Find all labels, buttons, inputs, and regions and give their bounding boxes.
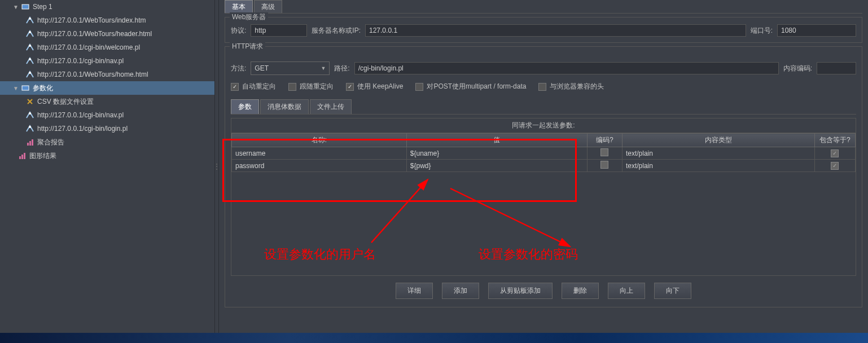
tree-node-aggregate[interactable]: 聚合报告 bbox=[0, 135, 214, 149]
tree-label: http://127.0.0.1/cgi-bin/welcome.pl bbox=[37, 43, 140, 51]
http-sampler-icon bbox=[25, 43, 35, 52]
protocol-label: 协议: bbox=[231, 26, 246, 36]
protocol-input[interactable] bbox=[251, 24, 307, 37]
tree-node-http[interactable]: http://127.0.0.1/cgi-bin/login.pl bbox=[0, 122, 214, 135]
port-input[interactable] bbox=[777, 24, 856, 37]
checkbox-label: 使用 KeepAlive bbox=[357, 82, 403, 91]
cell-include[interactable] bbox=[814, 160, 855, 172]
tree-node-graph[interactable]: 图形结果 bbox=[0, 149, 214, 162]
checkbox-label: 对POST使用multipart / form-data bbox=[427, 82, 526, 91]
group-title: HTTP请求 bbox=[230, 42, 265, 51]
svg-point-1 bbox=[29, 17, 31, 20]
svg-rect-10 bbox=[29, 141, 31, 146]
svg-point-7 bbox=[29, 112, 31, 115]
subtab-params[interactable]: 参数 bbox=[231, 99, 259, 114]
controller-icon bbox=[20, 83, 30, 93]
table-row[interactable]: username ${uname} text/plain bbox=[232, 147, 856, 160]
method-select[interactable]: GET bbox=[251, 61, 330, 75]
params-title: 同请求一起发送参数: bbox=[231, 118, 856, 133]
checkbox-label: 自动重定向 bbox=[242, 82, 276, 91]
checkbox-auto-redirect[interactable]: 自动重定向 bbox=[231, 82, 276, 91]
col-header-name[interactable]: 名称: bbox=[232, 134, 407, 147]
checkbox-keepalive[interactable]: 使用 KeepAlive bbox=[346, 82, 403, 91]
cell-name[interactable]: username bbox=[232, 147, 407, 160]
web-server-group: Web服务器 协议: 服务器名称或IP: 端口号: bbox=[225, 17, 862, 43]
checkbox-icon bbox=[831, 149, 839, 157]
encoding-input[interactable] bbox=[817, 62, 856, 74]
expand-toggle-icon[interactable]: ▼ bbox=[12, 85, 19, 91]
tree-node-csv[interactable]: CSV 数据文件设置 bbox=[0, 95, 214, 108]
checkbox-follow-redirect[interactable]: 跟随重定向 bbox=[288, 82, 334, 91]
detail-button[interactable]: 详细 bbox=[396, 283, 433, 299]
encoding-label: 内容编码: bbox=[783, 64, 812, 73]
col-header-value[interactable]: 值 bbox=[406, 134, 587, 147]
col-header-encode[interactable]: 编码? bbox=[587, 134, 622, 147]
cell-value[interactable]: ${pwd} bbox=[406, 160, 587, 172]
top-tabs: 基本 高级 bbox=[225, 0, 862, 14]
cell-type[interactable]: text/plain bbox=[622, 160, 814, 172]
http-sampler-icon bbox=[25, 29, 35, 38]
port-label: 端口号: bbox=[751, 26, 773, 36]
svg-rect-0 bbox=[22, 5, 29, 9]
checkbox-icon bbox=[538, 83, 546, 91]
http-request-group: HTTP请求 方法: GET 路径: 内容编码: 自动重定向 跟随重定向 bbox=[225, 46, 862, 307]
cell-encode[interactable] bbox=[587, 147, 622, 160]
tree-label: http://127.0.0.1/cgi-bin/nav.pl bbox=[37, 111, 124, 119]
tree-label: http://127.0.0.1/WebTours/index.htm bbox=[37, 16, 146, 24]
down-button[interactable]: 向下 bbox=[654, 283, 691, 299]
params-buttons: 详细 添加 从剪贴板添加 删除 向上 向下 bbox=[231, 283, 856, 299]
tab-advanced[interactable]: 高级 bbox=[254, 0, 282, 13]
server-input[interactable] bbox=[365, 24, 746, 37]
delete-button[interactable]: 删除 bbox=[562, 283, 599, 299]
add-button[interactable]: 添加 bbox=[442, 283, 479, 299]
checkbox-icon bbox=[600, 148, 608, 156]
params-container: 同请求一起发送参数: 名称: 值 编码? 内容类型 包含等于? use bbox=[231, 118, 856, 276]
tree-label: 图形结果 bbox=[29, 151, 56, 161]
cell-encode[interactable] bbox=[587, 160, 622, 172]
tree-node-http[interactable]: http://127.0.0.1/WebTours/header.html bbox=[0, 27, 214, 41]
tree-label: 参数化 bbox=[33, 83, 53, 93]
subtab-body[interactable]: 消息体数据 bbox=[260, 99, 309, 114]
checkbox-browser-headers[interactable]: 与浏览器兼容的头 bbox=[538, 82, 604, 91]
checkbox-label: 跟随重定向 bbox=[300, 82, 334, 91]
splitter-handle[interactable] bbox=[214, 0, 219, 333]
checkbox-icon bbox=[600, 161, 608, 169]
cell-include[interactable] bbox=[814, 147, 855, 160]
svg-point-2 bbox=[29, 31, 31, 33]
svg-rect-12 bbox=[19, 156, 21, 159]
svg-point-8 bbox=[29, 126, 31, 128]
subtab-file[interactable]: 文件上传 bbox=[310, 99, 352, 114]
taskbar-sliver bbox=[0, 333, 868, 343]
svg-rect-6 bbox=[22, 86, 29, 90]
checkbox-multipart[interactable]: 对POST使用multipart / form-data bbox=[415, 82, 526, 91]
http-sampler-icon bbox=[25, 124, 35, 133]
checkbox-icon bbox=[831, 162, 839, 170]
checkbox-icon bbox=[415, 83, 423, 91]
chart-icon bbox=[17, 151, 27, 160]
server-label: 服务器名称或IP: bbox=[312, 26, 361, 36]
http-sampler-icon bbox=[25, 56, 35, 65]
col-header-include[interactable]: 包含等于? bbox=[814, 134, 855, 147]
tree-node-http[interactable]: http://127.0.0.1/cgi-bin/welcome.pl bbox=[0, 41, 214, 54]
up-button[interactable]: 向上 bbox=[608, 283, 645, 299]
tree-node-http[interactable]: http://127.0.0.1/cgi-bin/nav.pl bbox=[0, 54, 214, 68]
tab-basic[interactable]: 基本 bbox=[225, 0, 253, 13]
cell-value[interactable]: ${uname} bbox=[406, 147, 587, 160]
tree-label: http://127.0.0.1/cgi-bin/nav.pl bbox=[37, 57, 124, 65]
tree-node-step1[interactable]: ▼ Step 1 bbox=[0, 0, 214, 14]
table-row[interactable]: password ${pwd} text/plain bbox=[232, 160, 856, 172]
tree-node-http[interactable]: http://127.0.0.1/WebTours/index.htm bbox=[0, 14, 214, 27]
tree-node-parameterize[interactable]: ▼ 参数化 bbox=[0, 81, 214, 95]
group-title: Web服务器 bbox=[230, 12, 268, 22]
tree-node-http[interactable]: http://127.0.0.1/WebTours/home.html bbox=[0, 68, 214, 81]
svg-point-4 bbox=[29, 58, 31, 60]
cell-type[interactable]: text/plain bbox=[622, 147, 814, 160]
cell-name[interactable]: password bbox=[232, 160, 407, 172]
add-clipboard-button[interactable]: 从剪贴板添加 bbox=[488, 283, 553, 299]
path-input[interactable] bbox=[354, 62, 779, 74]
expand-toggle-icon[interactable]: ▼ bbox=[12, 4, 19, 10]
tree-label: http://127.0.0.1/WebTours/header.html bbox=[37, 30, 152, 38]
col-header-type[interactable]: 内容类型 bbox=[622, 134, 814, 147]
tree-node-http[interactable]: http://127.0.0.1/cgi-bin/nav.pl bbox=[0, 108, 214, 122]
tree-label: 聚合报告 bbox=[37, 138, 64, 147]
